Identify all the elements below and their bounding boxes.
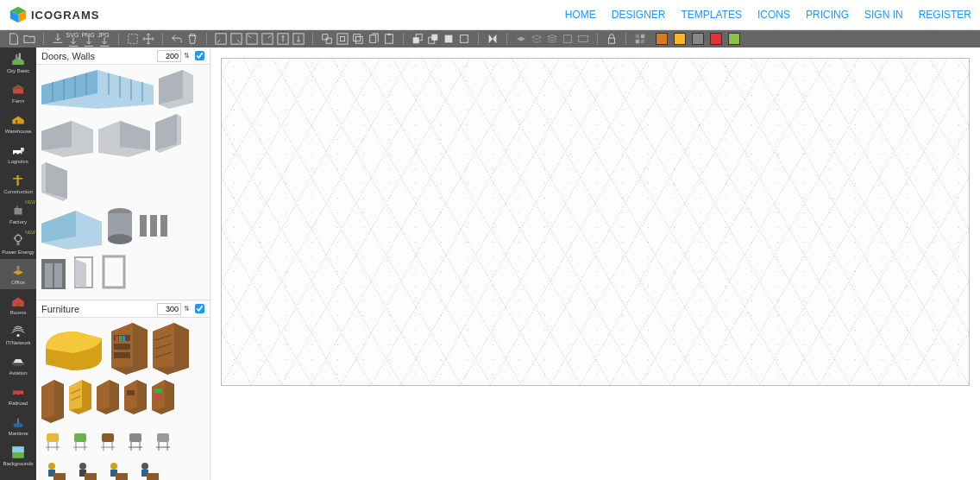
layer3-button[interactable]: [545, 32, 559, 46]
spinner-icon[interactable]: ⇅: [184, 305, 192, 313]
lock-button[interactable]: [605, 32, 619, 46]
asset-single-wall-r[interactable]: [41, 162, 67, 201]
color-picker-button[interactable]: [633, 32, 647, 46]
asset-chair-grey1[interactable]: [124, 428, 147, 456]
sidebar-item-warehouse[interactable]: Warehouse: [0, 108, 36, 138]
asset-bookshelf[interactable]: [111, 323, 148, 375]
center-button[interactable]: [336, 32, 349, 46]
color-swatch-2[interactable]: [692, 33, 704, 45]
asset-person-desk-3[interactable]: [104, 461, 129, 480]
sidebar-item-railroad[interactable]: Railroad: [0, 380, 36, 410]
align-br-button[interactable]: [229, 32, 243, 46]
sidebar-item-powerenergy[interactable]: NEWPower Energy: [0, 229, 36, 259]
align-bl-button[interactable]: [214, 32, 228, 46]
panel-size-doors[interactable]: [157, 50, 181, 62]
align-down-button[interactable]: [292, 32, 305, 46]
nav-icons[interactable]: ICONS: [757, 9, 790, 21]
layer1-button[interactable]: [514, 32, 528, 46]
logo[interactable]: ICOGRAMS: [9, 5, 100, 24]
asset-file-cabinet-1[interactable]: [97, 380, 119, 414]
sidebar-item-factory[interactable]: NEWFactory: [0, 199, 36, 229]
asset-glass-wall-long[interactable]: [41, 70, 154, 109]
sidebar-item-citybasic[interactable]: City Basic: [0, 47, 36, 78]
layer5-button[interactable]: [576, 32, 590, 46]
asset-revolving-door[interactable]: [107, 206, 133, 245]
copy-button[interactable]: [367, 32, 380, 46]
asset-single-wall-l[interactable]: [155, 114, 181, 153]
move-button[interactable]: [141, 32, 155, 46]
nav-home[interactable]: HOME: [565, 9, 596, 21]
asset-chair-yellow[interactable]: [41, 428, 64, 456]
nav-pricing[interactable]: PRICING: [806, 9, 849, 21]
sidebar-item-logistics[interactable]: Logistics: [0, 138, 36, 168]
svg-point-53: [17, 334, 20, 337]
sidebar-item-itnetwork[interactable]: IT/Network: [0, 319, 36, 350]
asset-wall-panel[interactable]: [159, 70, 193, 109]
duplicate-button[interactable]: [351, 32, 365, 46]
spinner-icon[interactable]: ⇅: [184, 52, 192, 60]
asset-chair-green[interactable]: [69, 428, 91, 456]
layer4-button[interactable]: [561, 32, 575, 46]
asset-cabinet-wide[interactable]: [153, 323, 189, 375]
new-file-button[interactable]: [7, 32, 21, 46]
forward-button[interactable]: [442, 32, 455, 46]
group-button[interactable]: [320, 32, 334, 46]
color-swatch-1[interactable]: [674, 33, 686, 45]
nav-designer[interactable]: DESIGNER: [612, 9, 666, 21]
asset-glass-corner[interactable]: [41, 206, 102, 249]
asset-file-cabinet-yellow[interactable]: [69, 380, 91, 414]
asset-wall-corner-right[interactable]: [98, 114, 150, 157]
open-file-button[interactable]: [22, 32, 36, 46]
nav-templates[interactable]: TEMPLATES: [681, 9, 741, 21]
sidebar-item-rooms[interactable]: Rooms: [0, 289, 36, 319]
undo-button[interactable]: [170, 32, 184, 46]
svg-rect-16: [370, 35, 376, 43]
asset-chair-grey2[interactable]: [152, 428, 174, 456]
delete-button[interactable]: [185, 32, 199, 46]
design-canvas[interactable]: [221, 58, 970, 386]
backward-button[interactable]: [457, 32, 471, 46]
sidebar-item-maritime[interactable]: Maritime: [0, 410, 36, 440]
asset-tall-cabinet[interactable]: [41, 380, 64, 423]
asset-file-cabinet-2[interactable]: [124, 380, 147, 414]
layer2-button[interactable]: [530, 32, 543, 46]
color-swatch-3[interactable]: [710, 33, 722, 45]
nav-register[interactable]: REGISTER: [919, 9, 971, 21]
bring-front-button[interactable]: [411, 32, 424, 46]
sidebar-icon: [9, 263, 27, 279]
export-svg-button[interactable]: [66, 38, 80, 47]
asset-wall-corner-left[interactable]: [41, 114, 93, 157]
align-up-button[interactable]: [276, 32, 290, 46]
panel-size-furniture[interactable]: [157, 303, 181, 315]
asset-door-open[interactable]: [71, 255, 97, 289]
paste-button[interactable]: [382, 32, 396, 46]
align-tr-button[interactable]: [261, 32, 274, 46]
asset-file-cabinet-3[interactable]: [152, 380, 174, 414]
sidebar-label: IT/Network: [5, 340, 30, 345]
sidebar-item-aviation[interactable]: Aviation: [0, 350, 36, 380]
color-swatch-4[interactable]: [728, 33, 740, 45]
color-swatch-0[interactable]: [656, 33, 668, 45]
download-button[interactable]: [51, 32, 65, 46]
export-jpg-button[interactable]: [97, 38, 111, 47]
sidebar-item-office[interactable]: Office: [0, 259, 36, 289]
asset-door-frame[interactable]: [102, 255, 126, 289]
export-png-button[interactable]: [82, 38, 96, 47]
nav-signin[interactable]: SIGN IN: [864, 9, 903, 21]
asset-turnstile[interactable]: [138, 206, 169, 241]
asset-person-desk-2[interactable]: [72, 461, 98, 480]
asset-person-desk-4[interactable]: [135, 461, 160, 480]
select-button[interactable]: [126, 32, 140, 46]
asset-chair-brown[interactable]: [97, 428, 119, 456]
panel-check-furniture[interactable]: [195, 304, 204, 313]
align-tl-button[interactable]: [245, 32, 259, 46]
sidebar-item-backgrounds[interactable]: Backgrounds: [0, 440, 36, 471]
send-back-button[interactable]: [426, 32, 440, 46]
asset-elevator[interactable]: [41, 255, 66, 289]
asset-reception-desk[interactable]: [41, 323, 106, 375]
panel-check-doors[interactable]: [195, 51, 204, 60]
sidebar-item-farm[interactable]: Farm: [0, 78, 36, 108]
asset-person-desk-1[interactable]: [41, 461, 67, 480]
sidebar-item-construction[interactable]: Construction: [0, 168, 36, 199]
flip-button[interactable]: [486, 32, 499, 46]
